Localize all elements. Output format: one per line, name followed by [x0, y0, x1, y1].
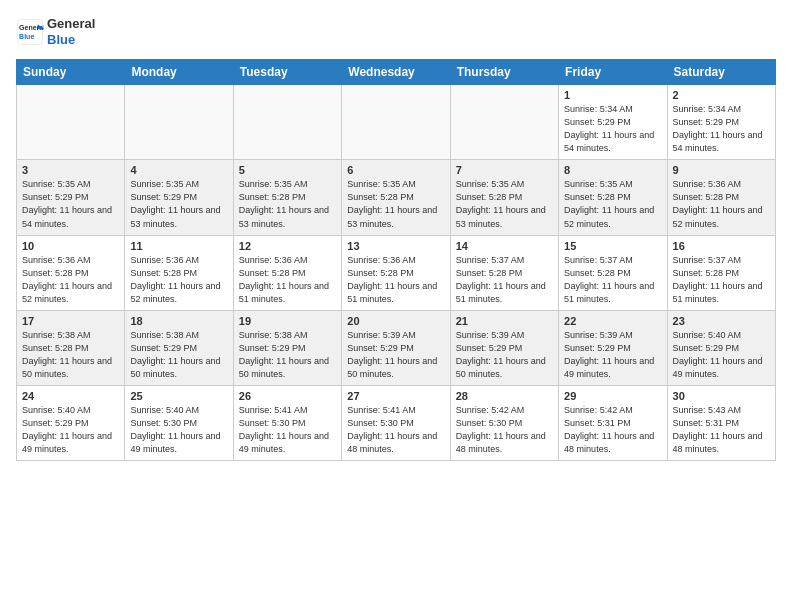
calendar-cell: 21Sunrise: 5:39 AMSunset: 5:29 PMDayligh… — [450, 310, 558, 385]
day-info: Sunrise: 5:42 AMSunset: 5:31 PMDaylight:… — [564, 404, 661, 456]
calendar-cell: 4Sunrise: 5:35 AMSunset: 5:29 PMDaylight… — [125, 160, 233, 235]
weekday-header-saturday: Saturday — [667, 60, 775, 85]
weekday-header-friday: Friday — [559, 60, 667, 85]
calendar-cell: 23Sunrise: 5:40 AMSunset: 5:29 PMDayligh… — [667, 310, 775, 385]
day-info: Sunrise: 5:34 AMSunset: 5:29 PMDaylight:… — [673, 103, 770, 155]
calendar-cell: 14Sunrise: 5:37 AMSunset: 5:28 PMDayligh… — [450, 235, 558, 310]
day-info: Sunrise: 5:42 AMSunset: 5:30 PMDaylight:… — [456, 404, 553, 456]
day-number: 4 — [130, 164, 227, 176]
calendar-cell: 28Sunrise: 5:42 AMSunset: 5:30 PMDayligh… — [450, 385, 558, 460]
day-info: Sunrise: 5:37 AMSunset: 5:28 PMDaylight:… — [456, 254, 553, 306]
day-info: Sunrise: 5:40 AMSunset: 5:29 PMDaylight:… — [22, 404, 119, 456]
day-info: Sunrise: 5:37 AMSunset: 5:28 PMDaylight:… — [673, 254, 770, 306]
weekday-header-sunday: Sunday — [17, 60, 125, 85]
day-info: Sunrise: 5:40 AMSunset: 5:29 PMDaylight:… — [673, 329, 770, 381]
day-info: Sunrise: 5:36 AMSunset: 5:28 PMDaylight:… — [239, 254, 336, 306]
day-number: 22 — [564, 315, 661, 327]
day-info: Sunrise: 5:39 AMSunset: 5:29 PMDaylight:… — [564, 329, 661, 381]
day-number: 20 — [347, 315, 444, 327]
day-info: Sunrise: 5:38 AMSunset: 5:29 PMDaylight:… — [239, 329, 336, 381]
day-number: 27 — [347, 390, 444, 402]
day-number: 1 — [564, 89, 661, 101]
day-number: 21 — [456, 315, 553, 327]
day-number: 11 — [130, 240, 227, 252]
calendar-cell — [233, 85, 341, 160]
calendar-cell — [17, 85, 125, 160]
day-info: Sunrise: 5:39 AMSunset: 5:29 PMDaylight:… — [456, 329, 553, 381]
svg-text:Blue: Blue — [19, 33, 34, 40]
day-number: 14 — [456, 240, 553, 252]
day-number: 5 — [239, 164, 336, 176]
calendar-cell — [450, 85, 558, 160]
calendar-cell: 18Sunrise: 5:38 AMSunset: 5:29 PMDayligh… — [125, 310, 233, 385]
calendar-cell: 8Sunrise: 5:35 AMSunset: 5:28 PMDaylight… — [559, 160, 667, 235]
day-number: 29 — [564, 390, 661, 402]
calendar-week-4: 17Sunrise: 5:38 AMSunset: 5:28 PMDayligh… — [17, 310, 776, 385]
calendar-cell: 24Sunrise: 5:40 AMSunset: 5:29 PMDayligh… — [17, 385, 125, 460]
day-info: Sunrise: 5:35 AMSunset: 5:28 PMDaylight:… — [564, 178, 661, 230]
calendar-cell: 17Sunrise: 5:38 AMSunset: 5:28 PMDayligh… — [17, 310, 125, 385]
calendar-cell: 20Sunrise: 5:39 AMSunset: 5:29 PMDayligh… — [342, 310, 450, 385]
day-info: Sunrise: 5:34 AMSunset: 5:29 PMDaylight:… — [564, 103, 661, 155]
calendar-cell: 16Sunrise: 5:37 AMSunset: 5:28 PMDayligh… — [667, 235, 775, 310]
weekday-header-wednesday: Wednesday — [342, 60, 450, 85]
day-number: 16 — [673, 240, 770, 252]
calendar-cell — [342, 85, 450, 160]
calendar-cell: 7Sunrise: 5:35 AMSunset: 5:28 PMDaylight… — [450, 160, 558, 235]
page-header: General Blue General Blue — [16, 16, 776, 47]
day-info: Sunrise: 5:36 AMSunset: 5:28 PMDaylight:… — [673, 178, 770, 230]
day-info: Sunrise: 5:36 AMSunset: 5:28 PMDaylight:… — [347, 254, 444, 306]
calendar-cell: 5Sunrise: 5:35 AMSunset: 5:28 PMDaylight… — [233, 160, 341, 235]
day-number: 25 — [130, 390, 227, 402]
day-info: Sunrise: 5:40 AMSunset: 5:30 PMDaylight:… — [130, 404, 227, 456]
day-number: 2 — [673, 89, 770, 101]
calendar-cell: 25Sunrise: 5:40 AMSunset: 5:30 PMDayligh… — [125, 385, 233, 460]
day-number: 12 — [239, 240, 336, 252]
day-info: Sunrise: 5:38 AMSunset: 5:29 PMDaylight:… — [130, 329, 227, 381]
weekday-header-tuesday: Tuesday — [233, 60, 341, 85]
logo: General Blue General Blue — [16, 16, 95, 47]
svg-rect-0 — [18, 19, 43, 44]
weekday-header-thursday: Thursday — [450, 60, 558, 85]
day-number: 13 — [347, 240, 444, 252]
logo-icon: General Blue — [16, 18, 44, 46]
calendar-cell: 30Sunrise: 5:43 AMSunset: 5:31 PMDayligh… — [667, 385, 775, 460]
day-number: 17 — [22, 315, 119, 327]
calendar-cell: 19Sunrise: 5:38 AMSunset: 5:29 PMDayligh… — [233, 310, 341, 385]
day-number: 8 — [564, 164, 661, 176]
calendar-week-2: 3Sunrise: 5:35 AMSunset: 5:29 PMDaylight… — [17, 160, 776, 235]
calendar-cell — [125, 85, 233, 160]
day-number: 10 — [22, 240, 119, 252]
day-info: Sunrise: 5:38 AMSunset: 5:28 PMDaylight:… — [22, 329, 119, 381]
calendar-cell: 11Sunrise: 5:36 AMSunset: 5:28 PMDayligh… — [125, 235, 233, 310]
calendar-cell: 13Sunrise: 5:36 AMSunset: 5:28 PMDayligh… — [342, 235, 450, 310]
day-info: Sunrise: 5:35 AMSunset: 5:28 PMDaylight:… — [239, 178, 336, 230]
day-info: Sunrise: 5:35 AMSunset: 5:28 PMDaylight:… — [456, 178, 553, 230]
calendar-week-5: 24Sunrise: 5:40 AMSunset: 5:29 PMDayligh… — [17, 385, 776, 460]
calendar-page: General Blue General Blue SundayMondayTu… — [0, 0, 792, 473]
day-info: Sunrise: 5:43 AMSunset: 5:31 PMDaylight:… — [673, 404, 770, 456]
day-number: 28 — [456, 390, 553, 402]
weekday-header-row: SundayMondayTuesdayWednesdayThursdayFrid… — [17, 60, 776, 85]
calendar-week-1: 1Sunrise: 5:34 AMSunset: 5:29 PMDaylight… — [17, 85, 776, 160]
day-info: Sunrise: 5:37 AMSunset: 5:28 PMDaylight:… — [564, 254, 661, 306]
day-info: Sunrise: 5:36 AMSunset: 5:28 PMDaylight:… — [22, 254, 119, 306]
day-number: 18 — [130, 315, 227, 327]
day-number: 26 — [239, 390, 336, 402]
calendar-cell: 26Sunrise: 5:41 AMSunset: 5:30 PMDayligh… — [233, 385, 341, 460]
day-number: 24 — [22, 390, 119, 402]
day-info: Sunrise: 5:35 AMSunset: 5:28 PMDaylight:… — [347, 178, 444, 230]
logo-text: General Blue — [47, 16, 95, 47]
day-number: 6 — [347, 164, 444, 176]
day-number: 3 — [22, 164, 119, 176]
day-number: 9 — [673, 164, 770, 176]
day-number: 23 — [673, 315, 770, 327]
calendar-cell: 29Sunrise: 5:42 AMSunset: 5:31 PMDayligh… — [559, 385, 667, 460]
calendar-cell: 10Sunrise: 5:36 AMSunset: 5:28 PMDayligh… — [17, 235, 125, 310]
calendar-week-3: 10Sunrise: 5:36 AMSunset: 5:28 PMDayligh… — [17, 235, 776, 310]
day-info: Sunrise: 5:35 AMSunset: 5:29 PMDaylight:… — [22, 178, 119, 230]
day-info: Sunrise: 5:41 AMSunset: 5:30 PMDaylight:… — [347, 404, 444, 456]
calendar-cell: 22Sunrise: 5:39 AMSunset: 5:29 PMDayligh… — [559, 310, 667, 385]
calendar-cell: 12Sunrise: 5:36 AMSunset: 5:28 PMDayligh… — [233, 235, 341, 310]
day-number: 7 — [456, 164, 553, 176]
